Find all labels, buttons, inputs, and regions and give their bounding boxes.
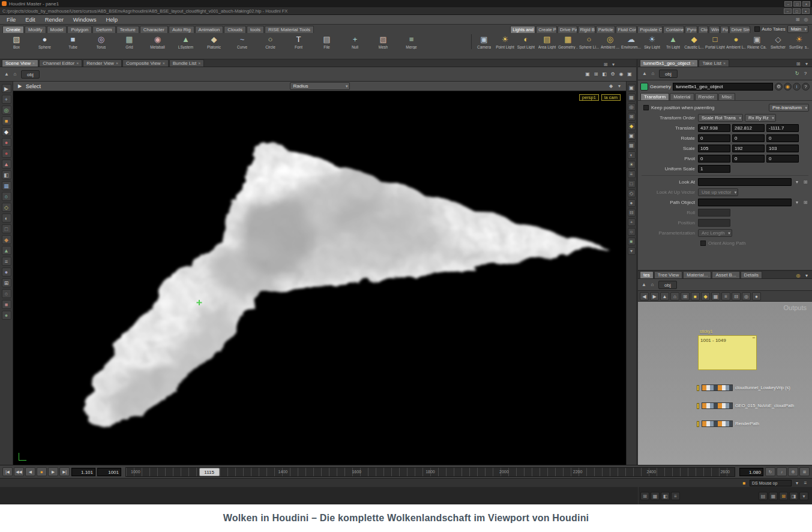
up-icon[interactable]: ▲ (660, 292, 669, 300)
move-icon[interactable]: + (2, 95, 11, 104)
new-tab-icon[interactable]: ⊞ (602, 62, 609, 67)
up-one-level-icon[interactable]: ▲ (3, 71, 10, 77)
go-to-start-button[interactable]: |◀ (2, 467, 13, 476)
tool-rig-camera-button[interactable]: ▣Rkiene Ca... (747, 34, 768, 49)
ortho-view-icon[interactable]: □ (628, 180, 636, 188)
grid-toggle-icon[interactable]: ▦ (628, 142, 636, 149)
tool-sky-light-button[interactable]: ☀Sky Light (642, 34, 663, 49)
pane-tab[interactable]: Render View (83, 59, 122, 67)
paint-icon[interactable]: ● (2, 138, 11, 147)
network-breadcrumb[interactable]: obj (658, 281, 677, 289)
snap-icon[interactable]: ◧ (2, 170, 11, 179)
pin-icon[interactable]: ◉ (784, 83, 792, 91)
tab-menu-icon[interactable]: ▾ (803, 61, 810, 67)
playhead[interactable]: 1115 (199, 468, 220, 476)
orient-along-path-checkbox[interactable] (700, 241, 706, 246)
translate-z-field[interactable]: -1111.7 (766, 124, 799, 132)
pin-icon[interactable]: ◎ (795, 273, 802, 278)
forward-icon[interactable]: ▶ (650, 292, 659, 300)
go-to-end-button[interactable]: ▶| (59, 467, 70, 476)
menu-item[interactable]: Help (101, 16, 122, 23)
shadow-toggle-icon[interactable]: ◐ (628, 151, 636, 159)
tool-tube-button[interactable]: ■Tube (59, 34, 87, 49)
tool-grid-button[interactable]: ▦Grid (115, 34, 143, 49)
close-button[interactable]: × (802, 8, 810, 14)
tool-curve-button[interactable]: ~Curve (228, 34, 256, 49)
tool-merge-button[interactable]: ≡Merge (397, 34, 426, 49)
keep-position-checkbox[interactable] (643, 105, 649, 110)
tool-switcher-button[interactable]: ◇Switcher (768, 34, 789, 49)
parameter-tab[interactable]: Material (670, 93, 694, 100)
key-icon[interactable]: ◇ (2, 203, 11, 212)
shelf-tab[interactable]: Create Particles (536, 26, 557, 33)
node-tile-icon[interactable] (702, 402, 733, 409)
display-wire-icon[interactable]: ▦ (628, 94, 636, 101)
menu-item[interactable]: Render (41, 16, 68, 23)
pane-layout-icon[interactable]: ⊞ (640, 492, 649, 500)
node-name-field[interactable]: tunnel5x1_geo_object (673, 83, 773, 91)
camera-menu-icon[interactable]: ▣ (584, 71, 591, 77)
menu-item[interactable]: File (2, 16, 20, 23)
memory-icon[interactable]: ▤ (759, 492, 768, 500)
ring-icon[interactable]: ○ (2, 289, 11, 298)
brush-icon[interactable]: ■ (2, 300, 11, 309)
shelf-tab[interactable]: Drive Simulation (729, 26, 751, 33)
minimize-button[interactable]: – (784, 1, 792, 7)
overview-icon[interactable]: ◎ (742, 292, 751, 300)
node-tile-icon[interactable] (702, 420, 733, 427)
network-path-breadcrumb[interactable]: obj (21, 70, 40, 79)
add-icon[interactable]: ⊞ (2, 278, 11, 287)
add-node-icon[interactable]: ⊞ (681, 292, 690, 300)
tool-sunsky-button[interactable]: ☀SunSky_s... (789, 34, 810, 49)
parameter-path-breadcrumb[interactable]: obj (659, 70, 678, 78)
open-floating-chooser-icon[interactable]: ⊞ (802, 179, 809, 185)
layout-nodes-icon[interactable]: ▦ (711, 292, 720, 300)
tool-spot-light-button[interactable]: ◐Spot Light (516, 34, 537, 49)
scale-y-field[interactable]: 192 (732, 145, 765, 152)
home-icon[interactable]: ⌂ (649, 282, 656, 287)
tool-point-light-button[interactable]: ☀Point Light (495, 34, 516, 49)
close-button[interactable]: × (802, 1, 810, 7)
scale-z-field[interactable]: 103 (766, 145, 799, 152)
shape-palette-icon[interactable]: ◆ (701, 292, 710, 300)
sticky-note[interactable]: 1001 - 1049 ▪▪ (698, 335, 757, 370)
rotate-z-field[interactable]: 0 (766, 134, 799, 142)
tool-tri-light-button[interactable]: ▲Tri Light (663, 34, 684, 49)
up-one-level-icon[interactable]: ▲ (641, 71, 648, 76)
dot-icon[interactable]: ● (2, 267, 11, 276)
shelf-tab[interactable]: Drive Particles (558, 26, 577, 33)
parameter-tab[interactable]: Misc (718, 93, 735, 100)
shelf-tab[interactable]: tools (247, 26, 264, 33)
shelf-tab[interactable]: Rigid Bodies (578, 26, 595, 33)
back-icon[interactable]: ◀ (640, 292, 649, 300)
menu-item[interactable]: Windows (69, 16, 101, 23)
node-chooser-icon[interactable]: ▾ (793, 179, 801, 185)
take-select[interactable]: Main (787, 25, 808, 33)
secure-selection-icon[interactable]: ◆ (607, 83, 615, 89)
tool-mesh-button[interactable]: ▨Mesh (369, 34, 397, 49)
split-layout-icon[interactable]: ◧ (661, 492, 670, 500)
select-arrow-icon[interactable]: ▶ (16, 83, 23, 89)
open-floating-chooser-icon[interactable]: ⊞ (802, 200, 809, 205)
grid-icon[interactable]: ▦ (2, 181, 11, 190)
shelf-tab[interactable]: Lights and Cameras (510, 26, 535, 33)
list-layout-icon[interactable]: ≡ (671, 492, 680, 500)
shelf-tab[interactable]: Polygon (67, 26, 92, 33)
parameter-tab[interactable]: Render (695, 93, 718, 100)
tool-circle-button[interactable]: ○Circle (256, 34, 284, 49)
tool-file-button[interactable]: ▤File (313, 34, 341, 49)
translate-y-field[interactable]: 282.812 (732, 124, 765, 132)
rotate-x-field[interactable]: 0 (698, 134, 730, 142)
lock-icon[interactable]: ◆ (628, 122, 636, 130)
gear-icon[interactable]: ⚙ (775, 83, 783, 91)
shelf-tab[interactable]: Character (140, 26, 168, 33)
tool-font-button[interactable]: TFont (284, 34, 313, 49)
pivot-x-field[interactable]: 0 (698, 155, 730, 163)
play-reverse-button[interactable]: ◀ (25, 467, 35, 476)
tool-torus-button[interactable]: ◎Torus (87, 34, 115, 49)
transform-order-select[interactable]: Scale Rot Trans (698, 114, 743, 122)
scale-icon[interactable]: ■ (2, 116, 11, 125)
new-tab-icon[interactable]: ⊞ (795, 61, 802, 67)
network-tab[interactable]: tes (640, 271, 654, 278)
network-tab[interactable]: Details (741, 271, 762, 278)
